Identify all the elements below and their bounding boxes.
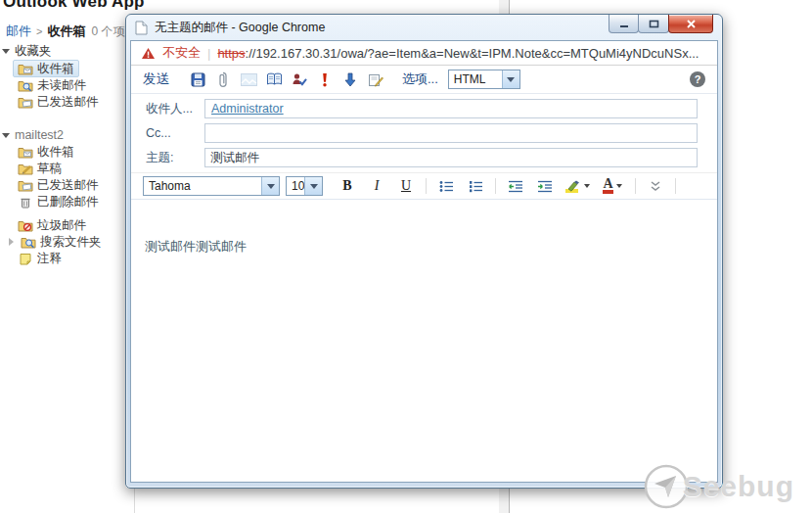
subject-row: 主题:: [146, 148, 698, 167]
cc-input[interactable]: [205, 125, 697, 141]
watermark: Seebug: [642, 462, 794, 511]
url-text[interactable]: https://192.167.30.31/owa/?ae=Item&a=New…: [217, 46, 699, 61]
importance-high-icon: [322, 72, 328, 87]
sidebar-item-inbox-fav[interactable]: 收件箱: [13, 60, 79, 77]
sidebar-item-drafts[interactable]: 草稿: [18, 161, 62, 176]
check-names-icon: [292, 72, 307, 86]
dropdown-caret-icon: [616, 184, 622, 188]
cc-row: Cc...: [146, 123, 698, 143]
toolbar-separator: [426, 178, 427, 194]
sidebar-item-unread-mail[interactable]: 未读邮件: [18, 77, 86, 93]
collapse-twisty-icon[interactable]: [2, 49, 10, 54]
address-separator: |: [207, 46, 210, 61]
url-scheme: https: [217, 46, 245, 61]
screen: Outlook Web App 邮件>收件箱0 个项目 收藏夹 收件箱 未读邮件…: [0, 0, 812, 513]
address-book-icon: [266, 72, 283, 86]
more-formatting-button[interactable]: [643, 176, 668, 196]
sent-mail-icon: [18, 96, 33, 109]
sidebar-item-label: 搜索文件夹: [40, 234, 102, 251]
url-rest: ://192.167.30.31/owa/?ae=Item&a=New&t=IP…: [246, 46, 699, 61]
to-field[interactable]: Administrator: [204, 99, 698, 118]
bullet-list-button[interactable]: [433, 176, 459, 196]
cc-button[interactable]: Cc...: [146, 126, 204, 140]
address-book-button[interactable]: [261, 70, 287, 89]
underline-button[interactable]: U: [393, 176, 419, 196]
sidebar-item-deleted[interactable]: 已删除邮件: [18, 194, 99, 210]
signature-icon: [368, 72, 383, 87]
chrome-popup-window: 无主题的邮件 - Google Chrome 不安全 | https://192…: [125, 14, 723, 489]
sidebar-item-label: 收件箱: [37, 61, 74, 77]
insert-image-button[interactable]: [236, 70, 261, 89]
sidebar-item-label: 草稿: [37, 161, 62, 177]
expand-twisty-icon[interactable]: [9, 238, 14, 246]
close-button[interactable]: [668, 15, 713, 33]
compose-toolbar: 发送: [131, 66, 717, 94]
breadcrumb-mail-link[interactable]: 邮件: [6, 23, 31, 38]
group-label: 收藏夹: [15, 43, 52, 60]
font-size-select[interactable]: 10: [286, 176, 323, 196]
cc-field[interactable]: [204, 123, 698, 143]
decrease-indent-icon: [508, 180, 523, 193]
address-bar[interactable]: 不安全 | https://192.167.30.31/owa/?ae=Item…: [131, 41, 717, 66]
font-family-select[interactable]: Tahoma: [143, 176, 280, 196]
format-mode-select[interactable]: HTML: [448, 70, 520, 89]
sidebar-item-search-folders[interactable]: 搜索文件夹: [18, 234, 102, 250]
sidebar-item-sent[interactable]: 已发送邮件: [18, 177, 99, 193]
font-size-value: 10: [287, 179, 304, 193]
subject-input[interactable]: [205, 150, 697, 165]
maximize-button[interactable]: [638, 15, 669, 33]
decrease-indent-button[interactable]: [503, 176, 528, 196]
sidebar-item-label: 已发送邮件: [37, 177, 99, 194]
increase-indent-icon: [537, 180, 553, 193]
send-button[interactable]: 发送: [143, 70, 169, 88]
options-button[interactable]: 选项...: [402, 70, 438, 88]
inbox-folder-icon: [18, 63, 33, 75]
notes-icon: [18, 253, 33, 265]
highlight-button[interactable]: [562, 176, 593, 196]
increase-indent-button[interactable]: [532, 176, 558, 196]
sidebar-item-label: 收件箱: [37, 144, 74, 161]
check-names-button[interactable]: [287, 70, 312, 89]
bold-button[interactable]: B: [335, 176, 360, 196]
tree-group-mailtest2[interactable]: mailtest2: [2, 127, 64, 143]
sidebar-item-label: 未读邮件: [37, 77, 86, 94]
message-body-editor[interactable]: 测试邮件测试邮件: [131, 228, 717, 482]
attach-file-button[interactable]: [210, 70, 236, 89]
minimize-button[interactable]: [609, 15, 639, 33]
sidebar-item-label: 已删除邮件: [37, 194, 99, 210]
save-button[interactable]: [185, 70, 210, 89]
tree-group-favorites[interactable]: 收藏夹: [2, 43, 52, 59]
recipient-chip[interactable]: Administrator: [205, 102, 284, 116]
maximize-icon: [649, 20, 659, 28]
italic-button[interactable]: I: [364, 176, 389, 196]
importance-low-button[interactable]: [338, 70, 363, 89]
subject-label: 主题:: [146, 150, 204, 166]
help-button[interactable]: ?: [690, 71, 705, 87]
sidebar-item-notes[interactable]: 注释: [18, 251, 62, 266]
dropdown-arrow-icon: [261, 177, 279, 195]
dropdown-arrow-icon: [304, 177, 322, 195]
picture-icon: [241, 73, 257, 86]
window-controls: [609, 15, 713, 33]
signature-button[interactable]: [363, 70, 388, 89]
sidebar-item-sent-fav[interactable]: 已发送邮件: [18, 94, 99, 110]
message-body-text: 测试邮件测试邮件: [145, 239, 247, 254]
font-color-button[interactable]: A: [597, 176, 628, 196]
numbered-list-button[interactable]: [463, 176, 488, 196]
not-secure-warning-icon: [141, 47, 156, 60]
collapse-twisty-icon[interactable]: [2, 133, 10, 138]
paperclip-icon: [218, 71, 228, 88]
sidebar-item-label: 已发送邮件: [37, 94, 99, 111]
sidebar-item-inbox[interactable]: 收件箱: [18, 144, 74, 160]
sidebar-item-junk[interactable]: 垃圾邮件: [18, 217, 86, 233]
font-family-value: Tahoma: [144, 179, 261, 193]
breadcrumb-inbox[interactable]: 收件箱: [47, 23, 85, 38]
toolbar-separator: [675, 178, 676, 194]
unread-mail-icon: [18, 79, 33, 92]
importance-high-button[interactable]: [312, 70, 338, 89]
bullet-list-icon: [439, 180, 454, 193]
to-button[interactable]: 收件人...: [146, 101, 204, 117]
sent-mail-icon: [18, 179, 33, 192]
watermark-text: Seebug: [683, 470, 794, 503]
subject-field[interactable]: [204, 148, 698, 167]
